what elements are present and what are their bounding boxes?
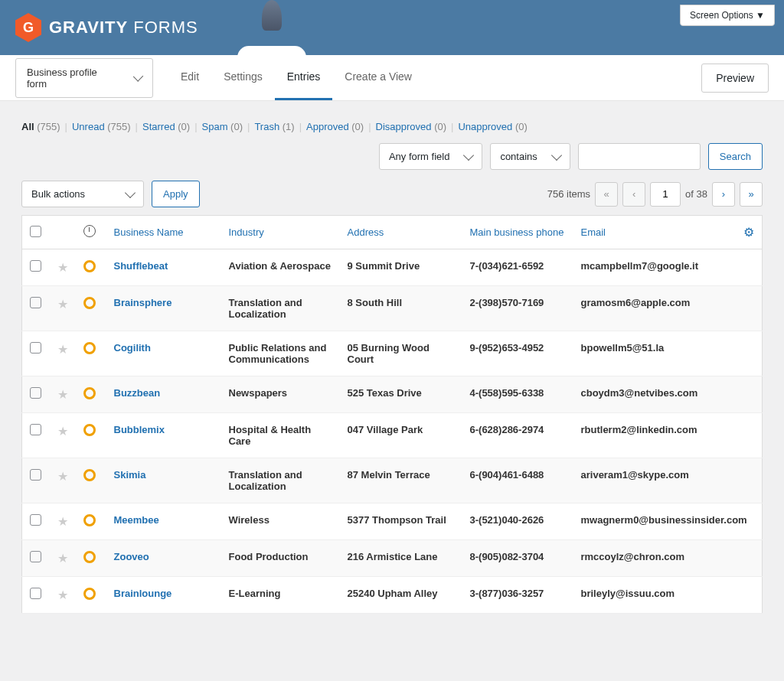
star-icon[interactable]: ★ — [57, 552, 68, 565]
filter-count: (0) — [349, 121, 364, 132]
row-checkbox[interactable] — [30, 424, 41, 435]
table-row: ★BrainloungeE-Learning25240 Upham Alley3… — [22, 577, 763, 614]
prev-page-button[interactable]: ‹ — [622, 182, 645, 207]
filter-count: (1) — [279, 121, 295, 132]
filter-starred[interactable]: Starred — [142, 121, 175, 132]
approval-status-icon[interactable] — [83, 424, 96, 436]
email-cell: brileyly@issuu.com — [573, 577, 763, 614]
address-cell: 9 Summit Drive — [340, 249, 462, 286]
star-icon[interactable]: ★ — [57, 425, 68, 438]
email-cell: gramosm6@apple.com — [573, 286, 763, 331]
industry-cell: Public Relations and Communications — [221, 331, 340, 376]
tab-create-view[interactable]: Create a View — [332, 55, 424, 100]
star-icon[interactable]: ★ — [57, 515, 68, 528]
tab-edit[interactable]: Edit — [168, 55, 211, 100]
star-icon[interactable]: ★ — [57, 470, 68, 483]
email-cell: bpowellm5@51.la — [573, 331, 763, 376]
status-filters: All (755) | Unread (755) | Starred (0) |… — [21, 121, 763, 132]
phone-cell: 2-(398)570-7169 — [462, 286, 573, 331]
business-name-link[interactable]: Shufflebeat — [106, 249, 221, 286]
business-name-link[interactable]: Zooveo — [106, 540, 221, 577]
row-checkbox[interactable] — [30, 551, 41, 562]
filter-approved[interactable]: Approved — [306, 121, 349, 132]
filter-unread[interactable]: Unread — [72, 121, 105, 132]
apply-button[interactable]: Apply — [152, 181, 200, 207]
approval-status-icon[interactable] — [83, 514, 96, 526]
table-row: ★BubblemixHospital & Health Care047 Vill… — [22, 413, 763, 458]
table-row: ★CogilithPublic Relations and Communicat… — [22, 331, 763, 376]
row-checkbox[interactable] — [30, 260, 41, 272]
search-field-select[interactable]: Any form field — [379, 143, 482, 170]
star-icon[interactable]: ★ — [57, 388, 68, 401]
star-icon[interactable]: ★ — [57, 261, 68, 274]
business-name-link[interactable]: Skimia — [106, 458, 221, 503]
star-icon[interactable]: ★ — [57, 588, 68, 601]
address-cell: 525 Texas Drive — [340, 376, 462, 413]
first-page-button[interactable]: « — [595, 182, 618, 207]
filter-count: (0) — [175, 121, 191, 132]
filter-trash[interactable]: Trash — [254, 121, 279, 132]
filter-spam[interactable]: Spam — [202, 121, 228, 132]
row-checkbox[interactable] — [30, 588, 41, 599]
form-selector-dropdown[interactable]: Business profile form — [15, 58, 153, 98]
col-email[interactable]: Email — [573, 216, 737, 249]
filter-all[interactable]: All — [21, 121, 34, 132]
approval-status-icon[interactable] — [83, 469, 96, 481]
chevron-down-icon — [551, 149, 562, 160]
gear-icon[interactable]: ⚙ — [743, 226, 754, 239]
business-name-link[interactable]: Brainlounge — [106, 577, 221, 614]
email-cell: cboydm3@netvibes.com — [573, 376, 763, 413]
row-checkbox[interactable] — [30, 342, 41, 354]
screen-options-button[interactable]: Screen Options ▼ — [680, 5, 775, 26]
row-checkbox[interactable] — [30, 387, 41, 399]
search-button[interactable]: Search — [708, 143, 763, 170]
industry-cell: Hospital & Health Care — [221, 413, 340, 458]
filter-unapproved[interactable]: Unapproved — [458, 121, 512, 132]
approval-status-icon[interactable] — [83, 297, 96, 309]
filter-disapproved[interactable]: Disapproved — [376, 121, 432, 132]
col-phone[interactable]: Main business phone — [462, 216, 573, 249]
bulk-actions: Bulk actions Apply — [21, 181, 200, 207]
last-page-button[interactable]: » — [740, 182, 763, 207]
business-name-link[interactable]: Buzzbean — [106, 376, 221, 413]
address-cell: 25240 Upham Alley — [340, 577, 462, 614]
industry-cell: Translation and Localization — [221, 458, 340, 503]
col-business-name[interactable]: Business Name — [106, 216, 221, 249]
row-checkbox[interactable] — [30, 514, 41, 526]
approval-status-icon[interactable] — [83, 342, 96, 354]
table-row: ★ShufflebeatAviation & Aerospace9 Summit… — [22, 249, 763, 286]
filter-count: (0) — [227, 121, 243, 132]
header-bar: G GRAVITY FORMS Screen Options ▼ — [0, 0, 784, 55]
search-operator-select[interactable]: contains — [490, 143, 570, 170]
row-checkbox[interactable] — [30, 469, 41, 481]
business-name-link[interactable]: Brainsphere — [106, 286, 221, 331]
industry-cell: Aviation & Aerospace — [221, 249, 340, 286]
chevron-down-icon — [463, 149, 474, 160]
address-cell: 8 South Hill — [340, 286, 462, 331]
select-all-checkbox[interactable] — [30, 226, 41, 237]
business-name-link[interactable]: Bubblemix — [106, 413, 221, 458]
col-address[interactable]: Address — [340, 216, 462, 249]
phone-cell: 3-(877)036-3257 — [462, 577, 573, 614]
logo-text: GRAVITY FORMS — [49, 18, 198, 37]
approval-status-icon[interactable] — [83, 551, 96, 563]
tabs-row: Business profile form Edit Settings Entr… — [0, 55, 784, 101]
email-cell: rbutlerm2@linkedin.com — [573, 413, 763, 458]
business-name-link[interactable]: Meembee — [106, 503, 221, 540]
page-input[interactable] — [650, 182, 681, 207]
search-input[interactable] — [578, 143, 701, 170]
bulk-actions-select[interactable]: Bulk actions — [21, 181, 144, 207]
approval-status-icon[interactable] — [83, 260, 96, 272]
col-industry[interactable]: Industry — [221, 216, 340, 249]
table-row: ★BrainsphereTranslation and Localization… — [22, 286, 763, 331]
industry-cell: E-Learning — [221, 577, 340, 614]
row-checkbox[interactable] — [30, 297, 41, 308]
approval-status-icon[interactable] — [83, 387, 96, 399]
approval-status-icon[interactable] — [83, 588, 96, 600]
preview-button[interactable]: Preview — [701, 64, 769, 93]
address-cell: 5377 Thompson Trail — [340, 503, 462, 540]
business-name-link[interactable]: Cogilith — [106, 331, 221, 376]
next-page-button[interactable]: › — [712, 182, 735, 207]
star-icon[interactable]: ★ — [57, 343, 68, 356]
star-icon[interactable]: ★ — [57, 298, 68, 311]
